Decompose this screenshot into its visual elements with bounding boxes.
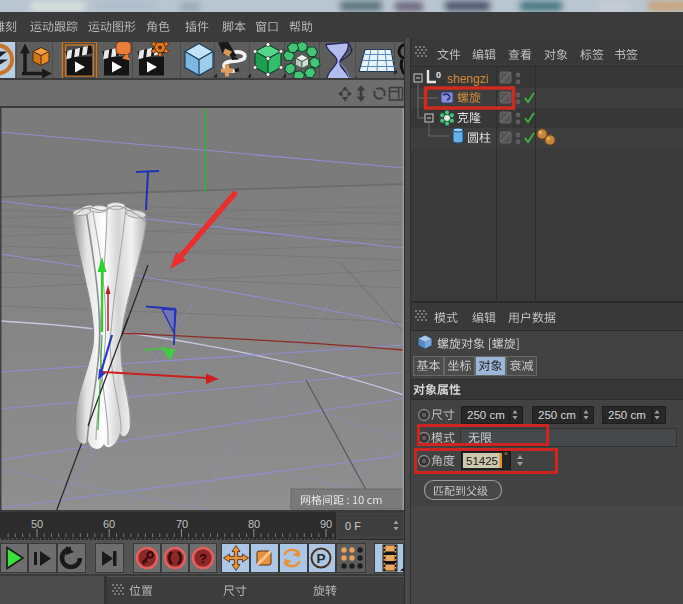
svg-text:250 cm: 250 cm	[608, 409, 646, 421]
svg-text:60: 60	[103, 518, 115, 530]
svg-text:250 cm: 250 cm	[538, 409, 576, 421]
svg-text:P: P	[316, 551, 325, 566]
svg-text:?: ?	[199, 551, 207, 566]
svg-text:0 F: 0 F	[345, 520, 361, 532]
svg-text:0: 0	[436, 70, 441, 80]
svg-text:90: 90	[320, 518, 332, 530]
svg-text:70: 70	[176, 518, 188, 530]
svg-text:°: °	[504, 451, 508, 461]
svg-text:shengzi: shengzi	[447, 72, 488, 86]
svg-text:80: 80	[248, 518, 260, 530]
svg-text:250 cm: 250 cm	[467, 409, 505, 421]
svg-text:51425: 51425	[466, 455, 498, 467]
svg-text:50: 50	[31, 518, 43, 530]
